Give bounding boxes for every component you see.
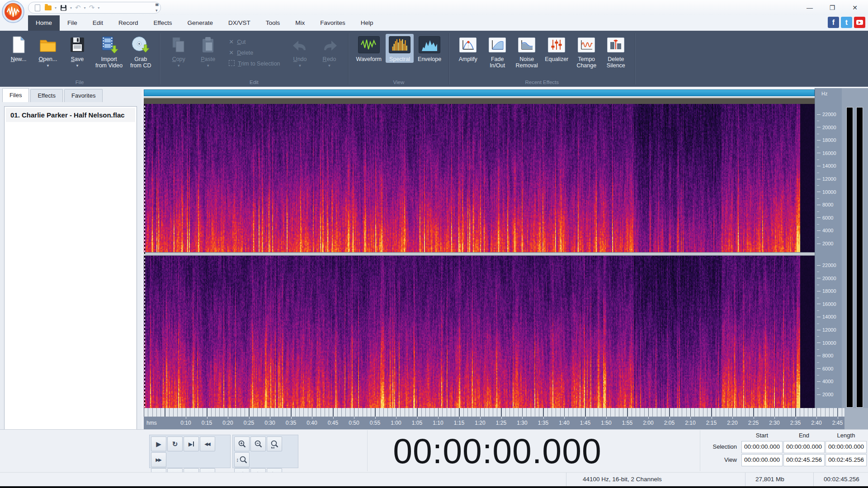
ribbon-button-delete-silence[interactable]: DeleteSilence xyxy=(602,34,630,69)
frequency-tick: 22000 xyxy=(817,263,836,268)
file-list-item[interactable]: 01. Charlie Parker - Half Nelson.flac xyxy=(6,108,135,122)
ribbon-button-spectral[interactable]: Spectral xyxy=(386,34,414,63)
frequency-minor-tick xyxy=(817,298,819,298)
window-controls: —❐✕ xyxy=(798,0,866,15)
file-list[interactable]: 01. Charlie Parker - Half Nelson.flac ◀ … xyxy=(4,106,137,468)
open-folder-icon[interactable] xyxy=(44,4,52,11)
sidebar-tab-favorites[interactable]: Favorites xyxy=(64,89,103,102)
ribbon-button-tempo-change[interactable]: TempoChange xyxy=(572,34,600,69)
ribbon-button-new[interactable]: New... xyxy=(5,34,33,63)
undo-dropdown-icon[interactable]: ▾ xyxy=(84,6,86,10)
frequency-minor-tick xyxy=(817,134,819,134)
twitter-icon[interactable]: t xyxy=(841,17,852,28)
zoom-normal-button[interactable] xyxy=(267,436,282,451)
pos-value-view-start[interactable]: 00:00:00.000 xyxy=(741,454,783,466)
fast-forward-button[interactable]: ▶▶ xyxy=(151,452,166,467)
pos-value-view-end[interactable]: 00:02:45.256 xyxy=(783,454,825,466)
time-ruler-label: 1:55 xyxy=(622,420,632,426)
level-meter-left xyxy=(846,107,853,408)
pos-value-view-length[interactable]: 00:02:45.256 xyxy=(826,454,867,466)
time-ruler-major-tick xyxy=(585,417,586,419)
overview-scrollbar[interactable] xyxy=(144,89,815,96)
playhead-cursor[interactable] xyxy=(144,104,145,408)
ribbon-button-amplify[interactable]: Amplify xyxy=(454,34,482,63)
menu-tab-tools[interactable]: Tools xyxy=(258,15,288,31)
frequency-minor-tick xyxy=(817,336,819,337)
menu-tab-mix[interactable]: Mix xyxy=(288,15,312,31)
menu-tab-file[interactable]: File xyxy=(60,15,85,31)
selection-view-panel: StartEndLengthSelection00:00:00.00000:00… xyxy=(702,431,867,470)
time-ruler-label: 2:05 xyxy=(664,420,675,426)
redo-icon[interactable]: ↷ xyxy=(89,4,95,11)
save-icon[interactable] xyxy=(60,4,67,11)
menu-tab-help[interactable]: Help xyxy=(353,15,381,31)
menu-tab-edit[interactable]: Edit xyxy=(85,15,111,31)
zoom-out-button[interactable] xyxy=(250,436,266,451)
menu-tab-dx-vst[interactable]: DX/VST xyxy=(221,15,258,31)
time-ruler-major-tick xyxy=(543,417,544,419)
channel-divider[interactable] xyxy=(144,252,815,256)
app-logo-icon[interactable] xyxy=(2,0,24,23)
copy-icon xyxy=(170,35,187,55)
close-button[interactable]: ✕ xyxy=(844,0,866,15)
new-document-icon xyxy=(11,35,26,55)
play-file-button[interactable]: ▶ xyxy=(184,436,199,451)
sidebar-tab-files[interactable]: Files xyxy=(2,88,29,102)
zoom-in-button[interactable] xyxy=(234,436,250,451)
ribbon-button-envelope[interactable]: Envelope xyxy=(415,34,444,63)
frequency-minor-tick xyxy=(817,160,819,160)
ribbon-group-label: Recent Effects xyxy=(449,80,634,87)
spectrogram-channel-left[interactable] xyxy=(144,104,815,252)
frequency-minor-tick xyxy=(817,349,819,350)
ribbon-button-save[interactable]: Save▼ xyxy=(63,34,91,70)
time-ruler-major-tick xyxy=(501,417,502,419)
ribbon-button-open[interactable]: Open...▼ xyxy=(34,34,62,70)
pos-value-selection-length[interactable]: 00:00:00.000 xyxy=(826,441,867,453)
time-ruler-major-tick xyxy=(480,417,481,419)
menu-tab-home[interactable]: Home xyxy=(28,15,60,31)
time-display: 00:00:00.000 xyxy=(371,430,624,472)
open-dropdown-icon[interactable]: ▾ xyxy=(55,6,57,10)
ribbon-button-noise-removal[interactable]: NoiseRemoval xyxy=(513,34,541,69)
menu-tab-record[interactable]: Record xyxy=(111,15,146,31)
pos-value-selection-start[interactable]: 00:00:00.000 xyxy=(741,441,783,453)
frequency-minor-tick xyxy=(817,272,819,272)
spectrogram-channel-right[interactable] xyxy=(144,256,815,408)
new-document-icon[interactable] xyxy=(34,4,41,11)
menu-tab-generate[interactable]: Generate xyxy=(180,15,221,31)
menu-tab-favorites[interactable]: Favorites xyxy=(312,15,353,31)
time-ruler-label: 2:35 xyxy=(790,420,801,426)
ribbon-button-copy: Copy▼ xyxy=(165,34,193,70)
frequency-tick: 20000 xyxy=(817,125,836,130)
customize-toolbar-icon[interactable]: ▀▾ xyxy=(156,4,158,13)
play-button[interactable]: ▶ xyxy=(151,436,166,451)
ribbon-button-import-from-video[interactable]: Importfrom Video xyxy=(93,34,125,69)
youtube-icon[interactable] xyxy=(854,17,865,28)
undo-icon[interactable]: ↶ xyxy=(75,4,81,11)
redo-dropdown-icon[interactable]: ▾ xyxy=(98,6,99,10)
rewind-button[interactable]: ◀◀ xyxy=(200,436,215,451)
pos-corner xyxy=(702,431,741,440)
frequency-tick: 10000 xyxy=(817,340,836,346)
pos-value-selection-end[interactable]: 00:00:00.000 xyxy=(783,441,825,453)
restore-button[interactable]: ❐ xyxy=(821,0,844,15)
save-dropdown-icon[interactable]: ▾ xyxy=(70,6,72,10)
ribbon-button-trim-to-selection: Trim to Selection xyxy=(229,60,280,67)
time-ruler-ticks[interactable] xyxy=(144,408,844,417)
ribbon-button-waveform[interactable]: Waveform xyxy=(354,34,385,63)
minimize-button[interactable]: — xyxy=(798,0,821,15)
time-ruler[interactable]: hms 0:100:150:200:250:300:350:400:450:50… xyxy=(144,417,844,429)
ribbon-button-equalizer[interactable]: Equalizer xyxy=(542,34,571,63)
time-ruler-unit-label: hms xyxy=(146,420,157,426)
paste-icon xyxy=(200,35,216,55)
menu-bar: HomeFileEditRecordEffectsGenerateDX/VSTT… xyxy=(0,15,868,31)
facebook-icon[interactable]: f xyxy=(828,17,839,28)
ribbon-button-fade-in-out[interactable]: FadeIn/Out xyxy=(483,34,511,69)
sidebar-tab-effects[interactable]: Effects xyxy=(30,89,63,102)
zoom-vertical-in-button[interactable]: ↕ xyxy=(234,452,250,467)
time-ruler-major-tick xyxy=(564,417,565,419)
menu-tab-effects[interactable]: Effects xyxy=(146,15,180,31)
ribbon-button-grab-from-cd[interactable]: Grabfrom CD xyxy=(127,34,155,69)
time-ruler-major-tick xyxy=(396,417,396,419)
loop-button[interactable]: ↻ xyxy=(167,436,183,451)
